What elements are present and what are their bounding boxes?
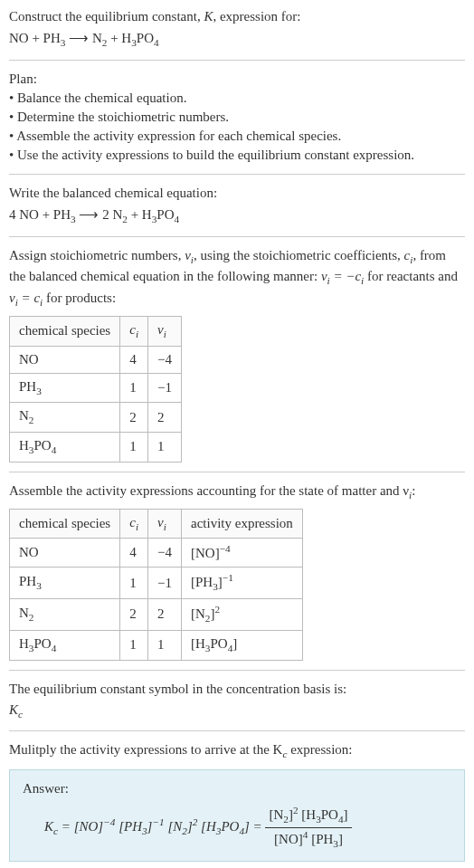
rel1: νi = −ci bbox=[321, 269, 364, 283]
cell-c: 1 bbox=[120, 373, 148, 403]
cell-nu: 1 bbox=[148, 630, 182, 660]
cell-c: 1 bbox=[120, 433, 148, 463]
col-nui: νi bbox=[148, 316, 182, 346]
balanced-heading: Write the balanced chemical equation: bbox=[9, 184, 465, 203]
cell-nu: −1 bbox=[148, 568, 182, 599]
cell-c: 4 bbox=[120, 539, 148, 568]
plan-heading: Plan: bbox=[9, 70, 465, 89]
table-row: NO 4 −4 [NO]−4 bbox=[10, 539, 303, 568]
stoich-a: Assign stoichiometric numbers, bbox=[9, 248, 185, 262]
plan-bullet: • Balance the chemical equation. bbox=[9, 89, 465, 108]
divider bbox=[9, 670, 465, 671]
col-species: chemical species bbox=[10, 509, 120, 539]
col-nui: νi bbox=[148, 509, 182, 539]
activity-text: Assemble the activity expressions accoun… bbox=[9, 482, 465, 503]
cell-species: NO bbox=[10, 539, 120, 568]
plan-bullet: • Use the activity expressions to build … bbox=[9, 146, 465, 165]
cell-nu: 2 bbox=[148, 403, 182, 433]
answer-expression: Kc = [NO]−4 [PH3]−1 [N2]2 [H3PO4] = [N2]… bbox=[23, 798, 451, 852]
cell-nu: −1 bbox=[148, 373, 182, 403]
stoich-text: Assign stoichiometric numbers, νi, using… bbox=[9, 246, 465, 310]
cell-activity: [N2]2 bbox=[181, 599, 302, 631]
divider bbox=[9, 472, 465, 472]
cell-nu: 1 bbox=[148, 433, 182, 463]
cell-nu: −4 bbox=[148, 346, 182, 373]
stoich-table: chemical species ci νi NO 4 −4 PH3 1 −1 … bbox=[9, 316, 182, 463]
cell-nu: −4 bbox=[148, 539, 182, 568]
cell-c: 2 bbox=[120, 403, 148, 433]
unbalanced-equation: NO + PH3 ⟶ N2 + H3PO4 bbox=[9, 28, 465, 51]
nu-symbol: νi bbox=[185, 248, 194, 262]
stoich-d: for reactants and bbox=[364, 269, 458, 283]
divider bbox=[9, 730, 465, 731]
table-row: N2 2 2 [N2]2 bbox=[10, 599, 303, 631]
balanced-section: Write the balanced chemical equation: 4 … bbox=[9, 184, 465, 227]
multiply-text: Mulitply the activity expressions to arr… bbox=[9, 740, 465, 762]
plan-bullet: • Assemble the activity expression for e… bbox=[9, 127, 465, 146]
plan-section: Plan: • Balance the chemical equation. •… bbox=[9, 70, 465, 165]
fraction-numerator: [N2]2 [H3PO4] bbox=[265, 804, 351, 828]
plan-bullet: • Determine the stoichiometric numbers. bbox=[9, 108, 465, 127]
cell-c: 2 bbox=[120, 599, 148, 631]
fraction-denominator: [NO]4 [PH3] bbox=[265, 828, 351, 852]
cell-activity: [PH3]−1 bbox=[181, 568, 302, 599]
cell-species: H3PO4 bbox=[10, 630, 120, 660]
col-ci: ci bbox=[120, 316, 148, 346]
cell-nu: 2 bbox=[148, 599, 182, 631]
col-ci: ci bbox=[120, 509, 148, 539]
divider bbox=[9, 174, 465, 175]
table-row: PH3 1 −1 [PH3]−1 bbox=[10, 568, 303, 599]
cell-c: 1 bbox=[120, 630, 148, 660]
balanced-equation: 4 NO + PH3 ⟶ 2 N2 + H3PO4 bbox=[9, 205, 465, 227]
kc-symbol-section: The equilibrium constant symbol in the c… bbox=[9, 680, 465, 722]
stoich-e: for products: bbox=[43, 291, 116, 305]
K-symbol: K bbox=[204, 9, 213, 24]
cell-c: 1 bbox=[120, 568, 148, 599]
intro-text: Construct the equilibrium constant, bbox=[9, 9, 204, 24]
table-row: N2 2 2 bbox=[10, 403, 182, 433]
table-row: PH3 1 −1 bbox=[10, 373, 182, 403]
activity-table: chemical species ci νi activity expressi… bbox=[9, 509, 303, 661]
intro-text-b: , expression for: bbox=[213, 9, 300, 24]
table-row: H3PO4 1 1 bbox=[10, 433, 182, 463]
cell-species: PH3 bbox=[10, 568, 120, 599]
kc-symbol: Kc bbox=[9, 701, 465, 722]
cell-activity: [NO]−4 bbox=[181, 539, 302, 568]
c-symbol: ci bbox=[404, 248, 413, 262]
cell-species: PH3 bbox=[10, 373, 120, 403]
answer-lhs: Kc = [NO]−4 [PH3]−1 [N2]2 [H3PO4] = bbox=[44, 819, 265, 834]
cell-species: NO bbox=[10, 346, 120, 373]
stoich-b: , using the stoichiometric coefficients, bbox=[194, 248, 404, 262]
cell-species: N2 bbox=[10, 599, 120, 631]
divider bbox=[9, 60, 465, 61]
col-activity: activity expression bbox=[181, 509, 302, 539]
cell-c: 4 bbox=[120, 346, 148, 373]
col-species: chemical species bbox=[10, 316, 120, 346]
table-row: NO 4 −4 bbox=[10, 346, 182, 373]
answer-fraction: [N2]2 [H3PO4] [NO]4 [PH3] bbox=[265, 804, 351, 852]
answer-box: Answer: Kc = [NO]−4 [PH3]−1 [N2]2 [H3PO4… bbox=[9, 769, 465, 862]
rel2: νi = ci bbox=[9, 291, 43, 305]
cell-species: H3PO4 bbox=[10, 433, 120, 463]
table-row: H3PO4 1 1 [H3PO4] bbox=[10, 630, 303, 660]
cell-species: N2 bbox=[10, 403, 120, 433]
intro-section: Construct the equilibrium constant, K, e… bbox=[9, 7, 465, 51]
answer-label: Answer: bbox=[23, 779, 451, 798]
kc-symbol-text: The equilibrium constant symbol in the c… bbox=[9, 680, 465, 699]
cell-activity: [H3PO4] bbox=[181, 630, 302, 660]
divider bbox=[9, 236, 465, 237]
